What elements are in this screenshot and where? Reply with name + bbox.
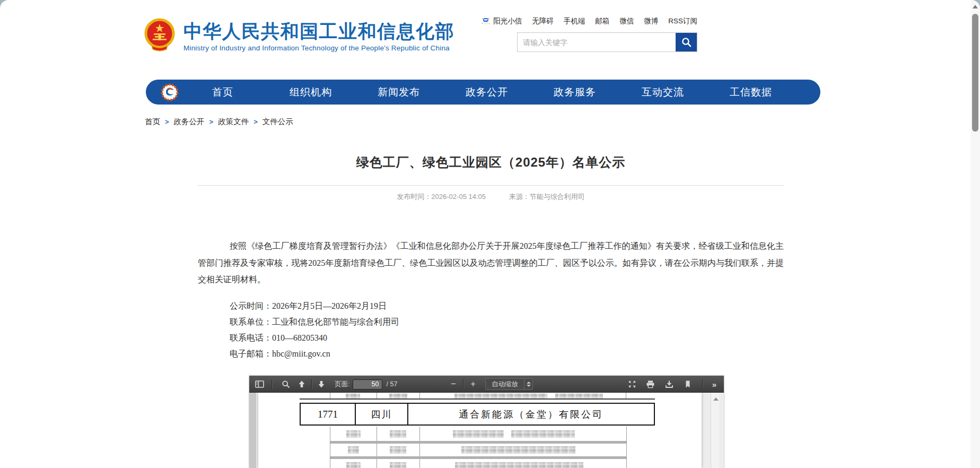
toolbar-separator bbox=[702, 379, 703, 389]
article-paragraph: 按照《绿色工厂梯度培育及管理暂行办法》《工业和信息化部办公厅关于开展2025年度… bbox=[198, 238, 784, 288]
pdf-scroll-up-icon[interactable] bbox=[713, 397, 719, 401]
contact-info: 公示时间：2026年2月5日—2026年2月19日 联系单位：工业和信息化部节能… bbox=[230, 298, 399, 362]
redacted-table-rows bbox=[330, 427, 627, 468]
sidebar-toggle-button[interactable] bbox=[252, 377, 266, 391]
browser-scrollbar[interactable] bbox=[970, 0, 980, 468]
table-row-1771: 1771 四川 通合新能源（金堂）有限公司 bbox=[300, 403, 655, 426]
pdf-scrollbar[interactable] bbox=[711, 393, 719, 468]
national-emblem-icon bbox=[144, 18, 175, 53]
pdf-viewer: 页面: / 57 − + 自动缩放 bbox=[249, 376, 724, 468]
redacted-row bbox=[330, 444, 626, 456]
page-title: 绿色工厂、绿色工业园区（2025年）名单公示 bbox=[198, 154, 784, 171]
contact-email: 电子邮箱：hbc@miit.gov.cn bbox=[230, 346, 399, 362]
pdf-toolbar: 页面: / 57 − + 自动缩放 bbox=[249, 376, 724, 393]
title-divider bbox=[198, 185, 784, 186]
page-number-input[interactable] bbox=[353, 379, 382, 389]
bookmark-button[interactable] bbox=[681, 377, 695, 391]
redacted-row bbox=[330, 459, 626, 468]
breadcrumb-separator: > bbox=[165, 118, 169, 126]
pdf-toolbar-right: » bbox=[625, 376, 719, 393]
more-tools-button[interactable]: » bbox=[710, 380, 719, 389]
contact-unit: 联系单位：工业和信息化部节能与综合利用司 bbox=[230, 314, 399, 330]
zoom-out-button[interactable]: − bbox=[447, 377, 460, 391]
article-meta: 发布时间：2026-02-05 14:05 来源：节能与综合利用司 bbox=[198, 192, 784, 202]
publish-time: 发布时间：2026-02-05 14:05 bbox=[397, 193, 486, 201]
source: 来源：节能与综合利用司 bbox=[509, 193, 585, 201]
find-button[interactable] bbox=[279, 377, 293, 391]
table-section-border bbox=[300, 398, 655, 400]
redacted-row bbox=[330, 427, 626, 441]
presentation-mode-button[interactable] bbox=[625, 377, 639, 391]
row-province-cell: 四川 bbox=[356, 404, 408, 424]
toolbar-separator bbox=[463, 379, 463, 389]
zoom-scale-value: 自动缩放 bbox=[486, 380, 524, 389]
scroll-up-icon[interactable] bbox=[973, 5, 978, 8]
zoom-in-button[interactable]: + bbox=[466, 377, 480, 391]
breadcrumb-home[interactable]: 首页 bbox=[145, 117, 160, 127]
zoom-scale-select[interactable]: 自动缩放 bbox=[485, 378, 533, 390]
previous-page-button[interactable] bbox=[295, 377, 309, 391]
publicity-period: 公示时间：2026年2月5日—2026年2月19日 bbox=[230, 298, 399, 314]
download-button[interactable] bbox=[662, 377, 676, 391]
print-button[interactable] bbox=[644, 377, 658, 391]
toolbar-separator bbox=[272, 379, 272, 389]
page-label: 页面: bbox=[335, 380, 349, 389]
contact-phone: 联系电话：010—68205340 bbox=[230, 330, 399, 346]
pdf-page-area: 1771 四川 通合新能源（金堂）有限公司 bbox=[249, 393, 724, 468]
pdf-page-margin bbox=[249, 393, 256, 468]
scrollbar-thumb[interactable] bbox=[972, 14, 978, 132]
select-arrows-icon bbox=[524, 379, 532, 389]
toolbar-separator bbox=[311, 379, 312, 389]
browser-page: 阳光小信 无障碍 手机端 邮箱 微信 微博 RSS订阅 bbox=[0, 0, 980, 468]
row-company-cell: 通合新能源（金堂）有限公司 bbox=[408, 404, 654, 424]
row-number-cell: 1771 bbox=[301, 404, 356, 424]
pdf-page: 1771 四川 通合新能源（金堂）有限公司 bbox=[258, 393, 702, 468]
next-page-button[interactable] bbox=[314, 377, 328, 391]
pdf-toolbar-left: 页面: / 57 bbox=[252, 376, 397, 393]
pdf-toolbar-zoom: − + 自动缩放 bbox=[447, 376, 533, 393]
page-total: / 57 bbox=[386, 380, 397, 388]
redacted-row-partial bbox=[330, 393, 627, 398]
miit-spiral-icon bbox=[161, 83, 179, 101]
